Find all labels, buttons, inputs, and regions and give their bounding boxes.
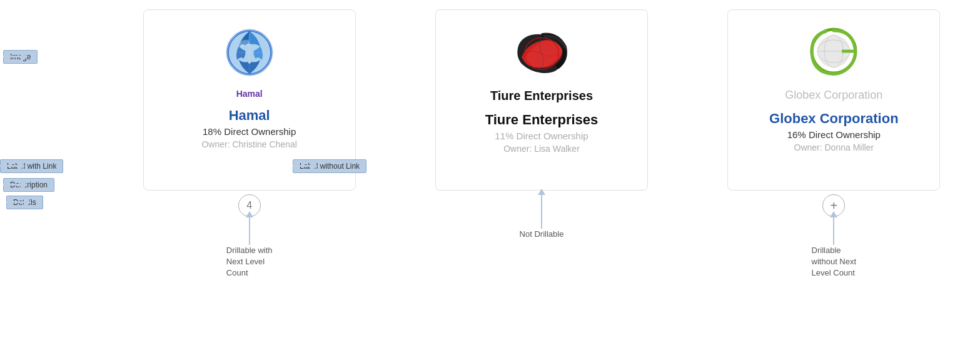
tiure-drill-section: Not Drillable — [520, 194, 564, 240]
hamal-drill-count: 4 — [246, 200, 252, 211]
tiure-logo-svg — [510, 26, 573, 79]
tiure-name-container: Tiure Enterprises — [485, 112, 599, 128]
hamal-drill-line — [249, 217, 250, 245]
hamal-drill-label: Drillable withNext LevelCount — [226, 245, 273, 279]
tiure-name-plain: Tiure Enterprises — [485, 112, 599, 127]
globex-description: 16% Direct Ownership — [787, 129, 881, 140]
label-with-link-annotation: Label with Link — [0, 161, 25, 171]
tiure-drill-line — [541, 194, 542, 229]
hamal-section: Hamal Hamal 18% Direct Ownership Owner: … — [103, 9, 395, 363]
main-layout: Image Label with Link Description Detail… — [0, 0, 980, 363]
hamal-description: 18% Direct Ownership — [203, 126, 296, 137]
tiure-details: Owner: Lisa Walker — [503, 144, 580, 154]
description-arrow — [3, 180, 28, 190]
image-arrow — [3, 52, 28, 62]
globex-details: Owner: Donna Miller — [794, 142, 874, 152]
hamal-drill-info: Drillable withNext LevelCount — [226, 245, 273, 279]
tiure-company-name-header: Tiure Enterprises — [490, 89, 593, 103]
image-annotation: Image — [3, 52, 28, 62]
globex-drill-section: + Drillablewithout NextLevel Count — [812, 194, 857, 279]
label-without-link-annotation: Label without Link — [293, 161, 318, 171]
hamal-drill-section: 4 Drillable withNext LevelCount — [226, 194, 273, 279]
cards-container: Hamal Hamal 18% Direct Ownership Owner: … — [103, 9, 980, 363]
tiure-drill-info: Not Drillable — [520, 229, 564, 240]
tiure-card: Tiure Enterprises Tiure Enterprises 11% … — [435, 9, 648, 191]
hamal-name-container: Hamal — [229, 107, 270, 124]
globex-drill-label: Drillablewithout NextLevel Count — [812, 245, 857, 279]
hamal-details: Owner: Christine Chenal — [201, 139, 297, 149]
details-arrow — [6, 197, 31, 207]
tiure-drill-label: Not Drillable — [520, 229, 564, 240]
globex-name-container: Globex Corporation — [769, 111, 899, 127]
tiure-section: Tiure Enterprises Tiure Enterprises 11% … — [395, 9, 687, 363]
globex-drill-info: Drillablewithout NextLevel Count — [812, 245, 857, 279]
globex-drill-line — [833, 217, 834, 245]
description-annotation: Description — [3, 180, 28, 190]
label-with-link-arrow — [0, 161, 25, 171]
hamal-name-link[interactable]: Hamal — [229, 107, 270, 123]
globex-logo-svg — [809, 26, 859, 79]
details-annotation: Details — [6, 197, 31, 207]
hamal-logo-svg — [221, 24, 278, 81]
tiure-description: 11% Direct Ownership — [495, 131, 588, 141]
globex-logo — [802, 21, 865, 84]
globex-name-link[interactable]: Globex Corporation — [769, 111, 899, 126]
label-without-link-arrow — [293, 161, 318, 171]
tiure-logo — [510, 21, 573, 84]
globex-card: Globex Corporation Globex Corporation 16… — [727, 9, 940, 191]
globex-company-name-header: Globex Corporation — [785, 89, 882, 102]
globex-section: Globex Corporation Globex Corporation 16… — [688, 9, 980, 363]
hamal-logo — [218, 21, 281, 84]
hamal-company-name-text: Hamal — [236, 89, 263, 99]
annotation-panel: Image Label with Link Description Detail… — [0, 9, 103, 363]
